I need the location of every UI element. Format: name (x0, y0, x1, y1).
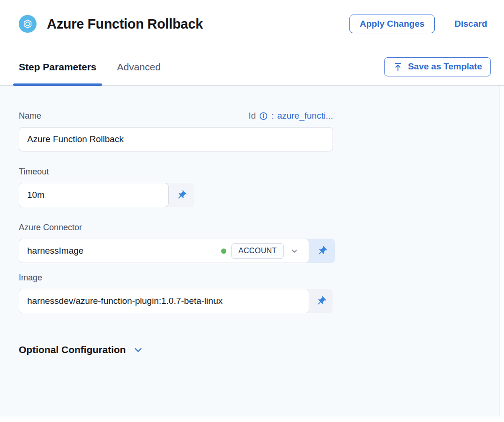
tab-advanced[interactable]: Advanced (111, 48, 166, 85)
tabs-bar: Step Parameters Advanced Save as Templat… (0, 48, 504, 86)
header: Azure Function Rollback Apply Changes Di… (0, 0, 504, 48)
image-input[interactable] (19, 289, 309, 313)
hexagon-nut-icon (22, 18, 33, 30)
upload-icon (393, 62, 403, 72)
connector-value: harnessImage (27, 246, 221, 256)
step-config-panel: Azure Function Rollback Apply Changes Di… (0, 0, 504, 422)
tab-step-parameters[interactable]: Step Parameters (13, 48, 102, 85)
plugin-step-icon (19, 15, 37, 33)
image-label: Image (19, 273, 504, 283)
azure-connector-label: Azure Connector (19, 223, 504, 233)
name-id-row: Name Id : azure_functi... (19, 111, 333, 121)
discard-button[interactable]: Discard (454, 19, 487, 29)
chevron-down-icon[interactable] (290, 247, 299, 256)
save-as-template-label: Save as Template (408, 61, 482, 72)
panel-bottom-edge (0, 416, 504, 422)
step-id-row: Id : azure_functi... (249, 111, 333, 121)
name-label: Name (19, 111, 41, 121)
connector-pin-button[interactable] (309, 239, 335, 263)
timeout-field-group (19, 183, 194, 207)
azure-connector-field-group: harnessImage ACCOUNT (19, 239, 335, 263)
timeout-input[interactable] (19, 183, 169, 207)
page-title: Azure Function Rollback (47, 16, 203, 32)
scrollbar-track[interactable] (499, 86, 504, 422)
chevron-down-icon (133, 344, 144, 355)
active-tab-underline (13, 83, 102, 86)
tab-label: Advanced (117, 61, 161, 73)
connector-status-dot (221, 249, 226, 254)
timeout-pin-button[interactable] (169, 183, 194, 207)
connector-scope-badge: ACCOUNT (231, 243, 284, 259)
id-label: Id (249, 111, 256, 121)
tab-label: Step Parameters (19, 61, 96, 73)
apply-changes-button[interactable]: Apply Changes (349, 15, 435, 34)
optional-configuration-label: Optional Configuration (19, 344, 126, 355)
pushpin-icon (317, 246, 327, 256)
timeout-label: Timeout (19, 167, 504, 177)
image-field-group (19, 289, 333, 313)
save-as-template-button[interactable]: Save as Template (384, 57, 491, 76)
pushpin-icon (316, 296, 326, 307)
name-input[interactable] (19, 127, 333, 151)
optional-configuration-toggle[interactable]: Optional Configuration (19, 344, 504, 355)
id-separator: : (271, 111, 274, 121)
step-parameters-form: Name Id : azure_functi... Timeout (0, 86, 504, 422)
header-actions: Apply Changes Discard (349, 15, 487, 34)
id-value-link[interactable]: azure_functi... (277, 111, 333, 121)
image-pin-button[interactable] (309, 289, 333, 313)
info-icon[interactable] (259, 112, 268, 121)
pushpin-icon (176, 190, 187, 201)
azure-connector-select[interactable]: harnessImage ACCOUNT (19, 239, 309, 263)
